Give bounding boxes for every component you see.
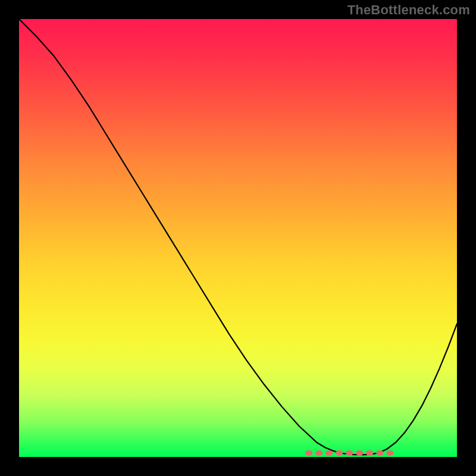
chart-curve-layer bbox=[19, 19, 457, 457]
watermark-text: TheBottleneck.com bbox=[347, 2, 470, 18]
chart-plot-area bbox=[19, 19, 457, 457]
bottleneck-curve bbox=[19, 19, 457, 455]
